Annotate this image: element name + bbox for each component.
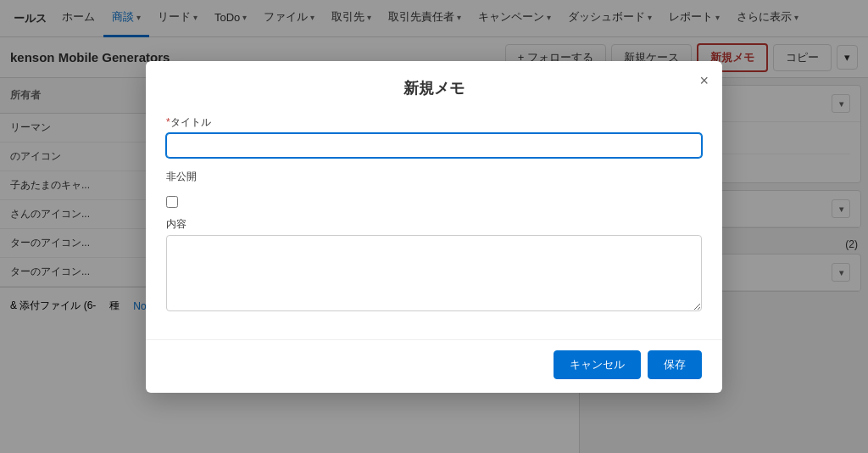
title-label: *タイトル — [166, 115, 702, 130]
cancel-button[interactable]: キャンセル — [554, 350, 641, 379]
title-input[interactable] — [166, 133, 702, 158]
modal-title: 新規メモ — [146, 61, 722, 109]
private-checkbox[interactable] — [166, 196, 178, 208]
content-field: 内容 — [166, 217, 702, 314]
save-button[interactable]: 保存 — [648, 350, 702, 379]
modal-body: *タイトル 非公開 内容 — [146, 109, 722, 339]
content-textarea[interactable] — [166, 235, 702, 311]
new-memo-modal: 新規メモ × *タイトル 非公開 内容 キャンセル 保存 — [146, 61, 722, 393]
title-field: *タイトル — [166, 115, 702, 158]
private-checkbox-row — [166, 196, 702, 210]
private-field: 非公開 — [166, 170, 702, 184]
content-label: 内容 — [166, 217, 702, 232]
modal-footer: キャンセル 保存 — [146, 339, 722, 393]
private-label: 非公開 — [166, 170, 197, 184]
modal-overlay[interactable]: 新規メモ × *タイトル 非公開 内容 キャンセル 保存 — [0, 0, 868, 453]
modal-close-button[interactable]: × — [699, 73, 709, 88]
